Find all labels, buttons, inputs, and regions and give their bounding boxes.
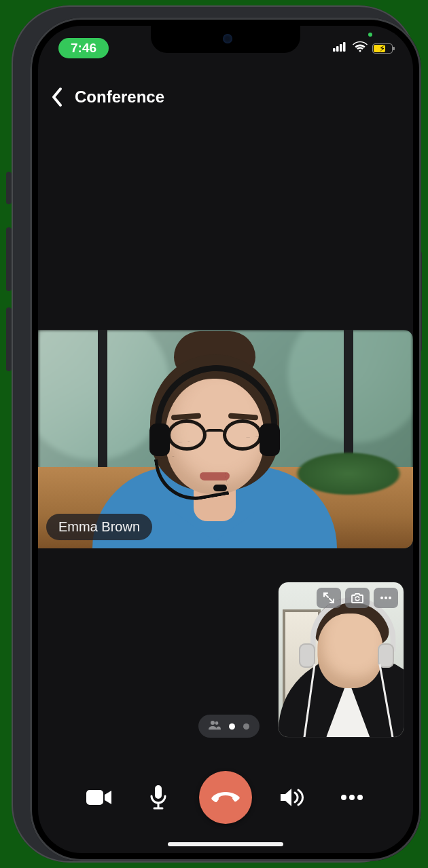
self-view-tile[interactable] (279, 582, 404, 737)
wifi-icon (353, 41, 368, 55)
cellular-icon (333, 42, 348, 54)
page-indicator[interactable] (198, 715, 260, 738)
svg-rect-10 (155, 785, 162, 799)
front-camera-icon (223, 34, 232, 43)
svg-point-14 (349, 795, 355, 800)
pager-dot-0 (229, 723, 235, 730)
svg-rect-2 (340, 44, 342, 52)
toggle-mic-button[interactable] (139, 778, 177, 816)
status-time-pill[interactable]: 7:46 (58, 38, 109, 58)
toggle-speaker-button[interactable] (274, 778, 312, 816)
svg-point-13 (341, 795, 346, 800)
participants-icon (209, 720, 221, 732)
phone-bezel: 7:46 (30, 18, 421, 861)
svg-point-15 (357, 795, 363, 800)
status-time-text: 7:46 (71, 41, 96, 55)
phone-volume-up (6, 227, 12, 291)
svg-rect-0 (333, 48, 336, 52)
phone-frame: 7:46 (12, 5, 416, 863)
battery-icon: ⚡︎ (372, 43, 393, 54)
page-title: Conference (75, 88, 164, 107)
svg-rect-3 (343, 42, 346, 52)
pager-dot-1 (243, 723, 249, 730)
home-indicator[interactable] (168, 842, 283, 846)
svg-rect-9 (86, 790, 103, 805)
participant-name-badge: Emma Brown (46, 514, 152, 540)
participant-name-text: Emma Brown (58, 519, 140, 534)
toggle-video-button[interactable] (80, 778, 118, 816)
phone-silent-switch (6, 172, 12, 204)
self-view-switch-camera-button[interactable] (345, 588, 370, 608)
svg-point-4 (380, 597, 383, 599)
hangup-button[interactable] (199, 771, 252, 824)
svg-point-7 (211, 721, 215, 725)
participant-video-tile[interactable]: Emma Brown (38, 330, 413, 548)
screen: 7:46 (38, 26, 413, 853)
phone-volume-down (6, 307, 12, 371)
self-view-expand-button[interactable] (317, 588, 341, 608)
header: Conference (38, 79, 413, 115)
call-toolbar (38, 763, 413, 831)
battery-charging-icon: ⚡︎ (379, 43, 385, 54)
self-view-controls (317, 588, 398, 608)
privacy-indicator-dot (368, 33, 372, 37)
more-options-button[interactable] (333, 778, 371, 816)
svg-rect-1 (336, 46, 339, 52)
self-view-more-button[interactable] (374, 588, 398, 608)
phone-notch (151, 26, 300, 53)
svg-point-6 (389, 597, 391, 599)
back-button[interactable] (50, 87, 64, 107)
svg-point-8 (215, 721, 219, 725)
svg-point-5 (385, 597, 387, 599)
